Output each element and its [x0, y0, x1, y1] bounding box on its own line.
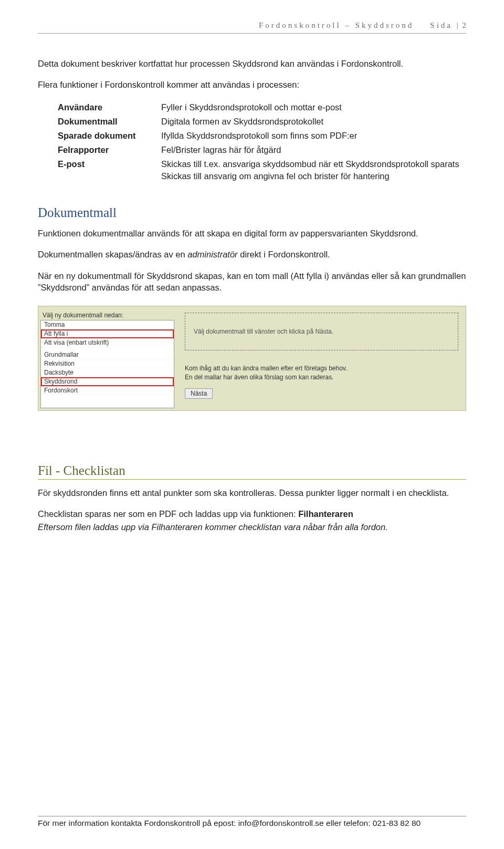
def-row: Sparade dokumentIfyllda Skyddsrondsproto…: [58, 130, 465, 143]
def-key: Sparade dokument: [58, 130, 160, 143]
def-key: E-post: [58, 158, 160, 183]
checklistan-p2: Checklistan sparas ner som en PDF och la…: [38, 508, 466, 520]
template-listbox[interactable]: Tomma Att fylla i Att visa (enbart utskr…: [40, 320, 174, 408]
def-key: Felrapporter: [58, 144, 160, 157]
template-picker-hint: Välj dokumentmall till vänster och klick…: [185, 313, 458, 350]
def-row: FelrapporterFel/Brister lagras här för å…: [58, 144, 465, 157]
dokumentmall-p1: Funktionen dokumentmallar används för at…: [38, 227, 466, 239]
def-val: Skickas till t.ex. ansvariga skyddsombud…: [161, 158, 465, 183]
intro-paragraph-2: Flera funktioner i Fordonskontroll komme…: [38, 79, 466, 90]
def-row: AnvändareFyller i Skyddsrondsprotokoll o…: [58, 101, 465, 115]
note-line: Kom ihåg att du kan ändra mallen efter e…: [185, 364, 458, 373]
dokumentmall-p2a: Dokumentmallen skapas/ändras av en: [38, 250, 187, 259]
template-picker-left: Välj ny dokumentmall nedan: Tomma Att fy…: [40, 308, 174, 408]
def-key: Användare: [58, 101, 160, 115]
list-item[interactable]: Fordonskort: [41, 386, 174, 395]
def-val: Fel/Brister lagras här för åtgärd: [161, 144, 465, 157]
def-val: Ifyllda Skyddsrondsprotokoll som finns s…: [161, 130, 465, 143]
dokumentmall-p2italic: administratör: [187, 250, 237, 259]
section-title-dokumentmall: Dokumentmall: [38, 205, 466, 220]
template-picker-panel: Välj ny dokumentmall nedan: Tomma Att fy…: [38, 306, 466, 411]
def-row: E-postSkickas till t.ex. ansvariga skydd…: [58, 158, 465, 183]
list-group-header: Tomma: [41, 320, 174, 329]
checklistan-p2bold: Filhanteraren: [298, 509, 353, 519]
list-group-header: Grundmallar: [41, 350, 174, 359]
note-line: En del mallar har även olika förslag som…: [185, 373, 458, 382]
def-val: Digitala formen av Skyddsrondsprotokolle…: [161, 116, 465, 129]
definitions-table: AnvändareFyller i Skyddsrondsprotokoll o…: [57, 100, 466, 185]
checklistan-p3: Eftersom filen laddas upp via Filhantera…: [38, 521, 466, 533]
header-sep: |: [457, 21, 463, 29]
page-header: Fordonskontroll – Skyddsrond Sida | 2: [38, 21, 466, 34]
def-key: Dokumentmall: [58, 116, 160, 129]
template-picker-prompt: Välj ny dokumentmall nedan:: [40, 308, 174, 320]
list-item[interactable]: Att visa (enbart utskrift): [41, 338, 174, 347]
template-picker-hint-text: Välj dokumentmall till vänster och klick…: [194, 328, 333, 335]
header-page-number: 2: [463, 21, 467, 29]
list-item[interactable]: Skyddsrond: [41, 377, 174, 386]
section-title-checklistan: Fil - Checklistan: [38, 463, 466, 480]
footer-text: För mer information kontakta Fordonskont…: [38, 819, 421, 827]
dokumentmall-p3: När en ny dokumentmall för Skyddsrond sk…: [38, 270, 466, 294]
dokumentmall-p2: Dokumentmallen skapas/ändras av en admin…: [38, 249, 466, 260]
checklistan-p1: För skyddsronden finns ett antal punkter…: [38, 487, 466, 499]
intro-paragraph-1: Detta dokument beskriver kortfattat hur …: [38, 58, 466, 69]
template-picker-right: Välj dokumentmall till vänster och klick…: [174, 308, 464, 404]
next-button[interactable]: Nästa: [185, 388, 213, 399]
list-item[interactable]: Att fylla i: [41, 329, 174, 338]
template-picker-note: Kom ihåg att du kan ändra mallen efter e…: [185, 364, 458, 382]
page: Fordonskontroll – Skyddsrond Sida | 2 De…: [0, 0, 504, 849]
list-item[interactable]: Dacksbyte: [41, 368, 174, 377]
header-doc-title: Fordonskontroll – Skyddsrond: [259, 21, 414, 29]
list-item[interactable]: Rekvisition: [41, 359, 174, 368]
def-val: Fyller i Skyddsrondsprotokoll och mottar…: [161, 101, 465, 115]
header-page-label: Sida: [430, 21, 453, 29]
def-row: DokumentmallDigitala formen av Skyddsron…: [58, 116, 465, 129]
dokumentmall-p2b: direkt i Fordonskontroll.: [238, 250, 330, 259]
checklistan-p2a: Checklistan sparas ner som en PDF och la…: [38, 509, 298, 519]
page-footer: För mer information kontakta Fordonskont…: [38, 816, 466, 828]
